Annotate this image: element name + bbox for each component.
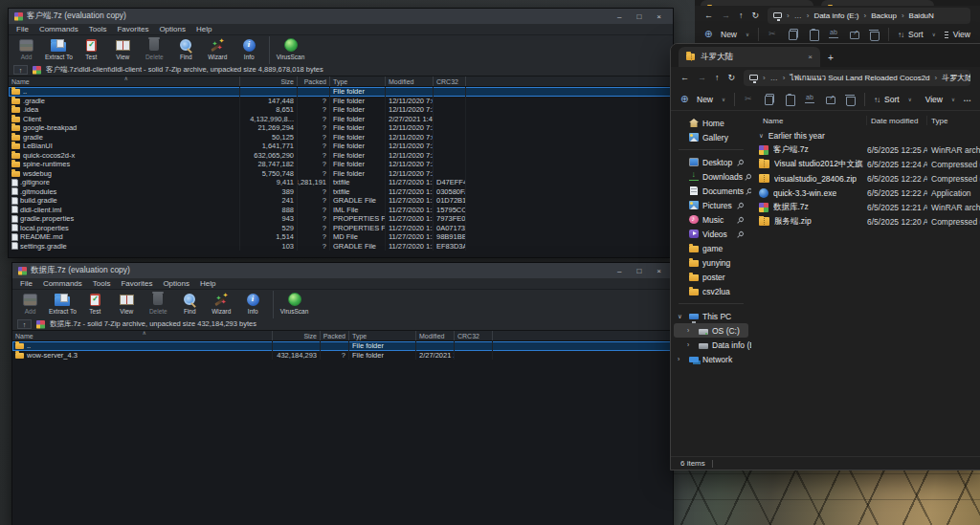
refresh-icon[interactable] bbox=[728, 73, 736, 82]
file-row[interactable]: build.gradle 241 ? GRADLE File 11/27/202… bbox=[9, 196, 673, 206]
forward-icon[interactable] bbox=[698, 73, 706, 82]
close-button[interactable]: × bbox=[657, 267, 661, 275]
column-header-type[interactable]: Type bbox=[927, 116, 980, 125]
toolbar-button[interactable]: Find bbox=[170, 36, 202, 64]
menu-item[interactable]: Tools bbox=[89, 25, 107, 33]
back-icon[interactable] bbox=[704, 11, 713, 20]
file-row[interactable]: 客户端.7z 6/5/2025 12:25 AM WinRAR archive bbox=[759, 142, 980, 157]
close-button[interactable]: × bbox=[657, 12, 661, 21]
file-row[interactable]: README.md 1,514 ? MD File 11/27/2020 1:1… bbox=[9, 232, 673, 242]
up-icon[interactable] bbox=[739, 11, 744, 20]
file-row[interactable]: 数据库.7z 6/5/2025 12:21 AM WinRAR archive bbox=[759, 200, 980, 214]
share-icon[interactable] bbox=[848, 29, 859, 40]
file-row[interactable]: gradle.properties 943 ? PROPERTIES File … bbox=[9, 214, 673, 224]
chevron-down-icon[interactable] bbox=[759, 132, 764, 140]
file-row[interactable]: settings.gradle 103 ? GRADLE File 11/27/… bbox=[9, 242, 673, 252]
sort-button-label[interactable]: Sort bbox=[884, 95, 900, 104]
delete-icon[interactable] bbox=[868, 29, 880, 40]
column-header-crc32[interactable]: CRC32 bbox=[455, 331, 493, 340]
titlebar[interactable]: 数据库.7z (evaluation copy) – □ × bbox=[12, 263, 673, 278]
toolbar-button[interactable]: VirusScan bbox=[269, 36, 308, 64]
file-row[interactable]: google-breakpad 21,269,294 ? File folder… bbox=[9, 123, 673, 133]
breadcrumb-segment[interactable]: Data info (E:) bbox=[813, 11, 858, 20]
sidebar-item[interactable]: Data info (E:) bbox=[674, 338, 748, 352]
menu-item[interactable]: File bbox=[20, 279, 33, 288]
address-bar[interactable]: 数据库.7z - solid 7-Zip archive, unpacked s… bbox=[12, 318, 673, 331]
file-row[interactable]: dldl-client.iml 888 ? IML File 11/27/202… bbox=[9, 206, 673, 215]
file-row[interactable]: .gradle 147,448 ? File folder 12/11/2020… bbox=[9, 97, 673, 106]
view-button-label[interactable]: View bbox=[925, 95, 943, 104]
toolbar-button[interactable]: Add bbox=[11, 36, 42, 64]
toolbar-button[interactable]: Info bbox=[234, 36, 265, 64]
menu-item[interactable]: File bbox=[16, 25, 29, 33]
rename-icon[interactable] bbox=[828, 29, 839, 40]
breadcrumb-segment[interactable]: Backup bbox=[871, 11, 897, 20]
breadcrumb-ellipsis[interactable] bbox=[794, 11, 802, 20]
new-button-label[interactable]: New bbox=[697, 95, 713, 104]
file-row[interactable]: Visual studio2012中文旗舰版.zip 6/5/2025 12:2… bbox=[759, 157, 980, 171]
sidebar-item[interactable]: Pictures bbox=[674, 198, 748, 212]
up-folder-icon[interactable] bbox=[13, 65, 28, 75]
sidebar-item[interactable]: Downloads bbox=[674, 169, 748, 184]
new-icon[interactable] bbox=[704, 29, 716, 40]
toolbar-button[interactable]: Extract To bbox=[42, 36, 76, 64]
column-header-modified[interactable]: Modified bbox=[416, 331, 455, 340]
close-tab-icon[interactable] bbox=[808, 53, 813, 61]
up-icon[interactable] bbox=[715, 73, 720, 82]
sidebar-item[interactable]: Home bbox=[674, 116, 748, 130]
file-row[interactable]: gradle 50,125 ? File folder 12/11/2020 7… bbox=[9, 133, 673, 142]
file-row[interactable]: .. File folder bbox=[9, 87, 673, 97]
sidebar-item[interactable]: yunying bbox=[674, 255, 748, 270]
column-header-packed[interactable]: Packed bbox=[321, 331, 349, 340]
maximize-button[interactable]: □ bbox=[636, 267, 641, 275]
toolbar-button[interactable]: Delete bbox=[143, 291, 174, 318]
toolbar-button[interactable]: Extract To bbox=[46, 291, 79, 318]
column-header-modified[interactable]: Modified bbox=[386, 77, 434, 86]
sidebar-item[interactable]: Desktop bbox=[674, 155, 748, 169]
toolbar-button[interactable]: Test bbox=[76, 36, 107, 64]
file-row[interactable]: .gitignore 9,411 958,281,191 txtfile 11/… bbox=[9, 178, 673, 187]
file-row[interactable]: .gitmodules 389 ? txtfile 11/27/2020 1:1… bbox=[9, 187, 673, 197]
menu-item[interactable]: Favorites bbox=[117, 25, 148, 33]
breadcrumb-ellipsis[interactable] bbox=[770, 74, 778, 82]
file-row[interactable]: local.properties 529 ? PROPERTIES File 1… bbox=[9, 224, 673, 233]
column-header-crc32[interactable]: CRC32 bbox=[434, 77, 466, 86]
sidebar-item[interactable]: game bbox=[674, 241, 748, 255]
explorer-tab[interactable]: game bbox=[821, 0, 934, 6]
file-row[interactable]: spine-runtimes 28,747,182 ? File folder … bbox=[9, 160, 673, 169]
column-header-type[interactable]: Type bbox=[330, 77, 386, 86]
refresh-icon[interactable] bbox=[752, 11, 760, 20]
sidebar-item[interactable]: csv2lua bbox=[674, 284, 748, 298]
delete-icon[interactable] bbox=[844, 94, 856, 105]
file-row[interactable]: wsdebug 5,750,748 ? File folder 12/11/20… bbox=[9, 169, 673, 179]
file-row[interactable]: LeBianUI 1,641,771 ? File folder 12/11/2… bbox=[9, 142, 673, 151]
toolbar-button[interactable]: Info bbox=[237, 291, 269, 318]
chevron-icon[interactable] bbox=[678, 313, 682, 320]
column-header-size[interactable]: Size bbox=[240, 77, 298, 86]
file-row[interactable]: .. File folder bbox=[12, 341, 673, 351]
address-bar[interactable]: 客户端.7z\dldl-client\dldl-client - solid 7… bbox=[9, 64, 673, 77]
toolbar-button[interactable]: View bbox=[111, 291, 143, 318]
back-icon[interactable] bbox=[680, 73, 689, 82]
toolbar-button[interactable]: Add bbox=[14, 291, 46, 318]
column-header-date-modified[interactable]: Date modified bbox=[867, 116, 927, 125]
copy-icon[interactable] bbox=[788, 29, 799, 40]
sidebar-item[interactable]: Gallery bbox=[674, 130, 748, 144]
chevron-icon[interactable] bbox=[687, 341, 689, 348]
sidebar-item[interactable]: Music bbox=[674, 212, 748, 227]
more-options-icon[interactable] bbox=[964, 95, 971, 104]
forward-icon[interactable] bbox=[722, 11, 730, 20]
breadcrumb-segment[interactable]: BaiduN bbox=[909, 11, 934, 20]
sidebar-item[interactable]: poster bbox=[674, 270, 748, 284]
paste-icon[interactable] bbox=[808, 29, 819, 40]
close-tab-icon[interactable] bbox=[802, 6, 807, 7]
toolbar-button[interactable]: Find bbox=[174, 291, 206, 318]
sort-button-label[interactable]: Sort bbox=[908, 30, 924, 39]
close-tab-icon[interactable] bbox=[923, 6, 927, 7]
chevron-icon[interactable] bbox=[687, 327, 689, 334]
menu-item[interactable]: Tools bbox=[93, 279, 111, 288]
sidebar-item[interactable]: Documents bbox=[674, 184, 748, 198]
cut-icon[interactable] bbox=[744, 94, 755, 105]
toolbar-button[interactable]: Delete bbox=[139, 36, 170, 64]
rename-icon[interactable] bbox=[804, 94, 815, 105]
